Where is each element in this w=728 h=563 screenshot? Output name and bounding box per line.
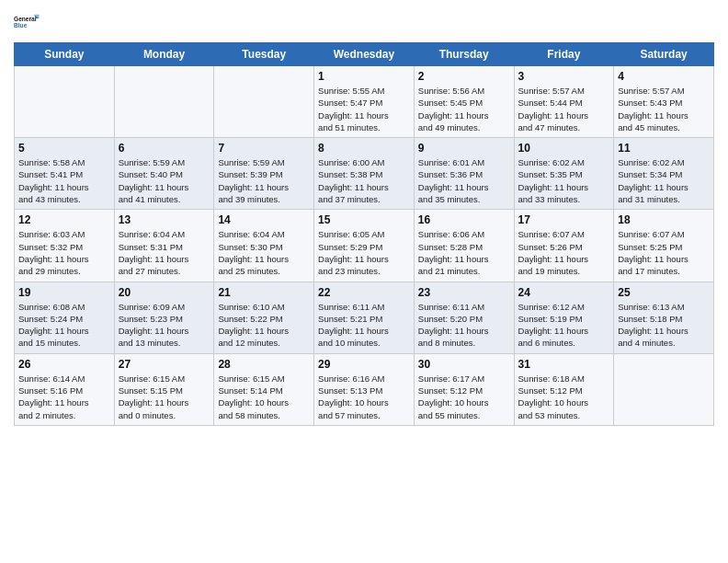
day-number: 21 <box>218 286 310 299</box>
day-number: 22 <box>318 286 410 299</box>
day-info: Sunrise: 6:12 AMSunset: 5:19 PMDaylight:… <box>518 301 610 350</box>
day-info: Sunrise: 5:57 AMSunset: 5:43 PMDaylight:… <box>618 85 710 133</box>
weekday-header-saturday: Saturday <box>614 43 714 66</box>
day-info: Sunrise: 6:18 AMSunset: 5:12 PMDaylight:… <box>518 373 610 421</box>
calendar: SundayMondayTuesdayWednesdayThursdayFrid… <box>14 42 714 426</box>
day-number: 1 <box>318 70 410 83</box>
day-info: Sunrise: 6:07 AMSunset: 5:26 PMDaylight:… <box>518 228 610 277</box>
header: General Blue <box>14 9 714 35</box>
calendar-cell: 3Sunrise: 5:57 AMSunset: 5:44 PMDaylight… <box>514 66 614 138</box>
calendar-cell: 23Sunrise: 6:11 AMSunset: 5:20 PMDayligh… <box>414 282 514 353</box>
day-number: 5 <box>18 142 110 155</box>
calendar-cell: 18Sunrise: 6:07 AMSunset: 5:25 PMDayligh… <box>614 210 714 282</box>
calendar-cell: 29Sunrise: 6:16 AMSunset: 5:13 PMDayligh… <box>314 353 415 425</box>
calendar-cell: 19Sunrise: 6:08 AMSunset: 5:24 PMDayligh… <box>15 282 115 353</box>
calendar-cell: 5Sunrise: 5:58 AMSunset: 5:41 PMDaylight… <box>15 138 115 210</box>
day-number: 26 <box>18 358 110 371</box>
day-info: Sunrise: 5:59 AMSunset: 5:39 PMDaylight:… <box>218 156 310 205</box>
weekday-header-friday: Friday <box>514 43 614 66</box>
calendar-cell: 25Sunrise: 6:13 AMSunset: 5:18 PMDayligh… <box>614 282 714 353</box>
calendar-week-row: 12Sunrise: 6:03 AMSunset: 5:32 PMDayligh… <box>15 210 714 282</box>
calendar-cell: 2Sunrise: 5:56 AMSunset: 5:45 PMDaylight… <box>414 66 514 138</box>
calendar-cell: 21Sunrise: 6:10 AMSunset: 5:22 PMDayligh… <box>214 282 314 353</box>
day-info: Sunrise: 6:08 AMSunset: 5:24 PMDaylight:… <box>18 301 110 350</box>
day-number: 6 <box>119 142 210 155</box>
day-info: Sunrise: 6:07 AMSunset: 5:25 PMDaylight:… <box>618 228 710 277</box>
day-info: Sunrise: 6:13 AMSunset: 5:18 PMDaylight:… <box>618 301 710 350</box>
day-number: 31 <box>518 358 610 371</box>
day-number: 25 <box>618 286 710 299</box>
logo: General Blue <box>14 9 40 35</box>
calendar-cell <box>114 66 214 138</box>
calendar-week-row: 1Sunrise: 5:55 AMSunset: 5:47 PMDaylight… <box>15 66 714 138</box>
calendar-cell <box>214 66 314 138</box>
calendar-cell <box>15 66 115 138</box>
day-number: 19 <box>18 286 110 299</box>
day-info: Sunrise: 6:03 AMSunset: 5:32 PMDaylight:… <box>18 228 110 277</box>
calendar-cell: 16Sunrise: 6:06 AMSunset: 5:28 PMDayligh… <box>414 210 514 282</box>
calendar-cell: 6Sunrise: 5:59 AMSunset: 5:40 PMDaylight… <box>114 138 214 210</box>
calendar-cell: 14Sunrise: 6:04 AMSunset: 5:30 PMDayligh… <box>214 210 314 282</box>
calendar-cell: 1Sunrise: 5:55 AMSunset: 5:47 PMDaylight… <box>314 66 415 138</box>
weekday-header-wednesday: Wednesday <box>314 43 415 66</box>
day-info: Sunrise: 6:17 AMSunset: 5:12 PMDaylight:… <box>418 373 510 421</box>
day-info: Sunrise: 5:58 AMSunset: 5:41 PMDaylight:… <box>18 156 110 205</box>
day-number: 27 <box>119 358 210 371</box>
calendar-week-row: 5Sunrise: 5:58 AMSunset: 5:41 PMDaylight… <box>15 138 714 210</box>
day-number: 24 <box>518 286 610 299</box>
day-info: Sunrise: 6:05 AMSunset: 5:29 PMDaylight:… <box>318 228 410 277</box>
day-number: 17 <box>518 213 610 226</box>
calendar-cell: 28Sunrise: 6:15 AMSunset: 5:14 PMDayligh… <box>214 353 314 425</box>
day-number: 28 <box>218 358 310 371</box>
day-number: 14 <box>218 213 310 226</box>
day-info: Sunrise: 6:02 AMSunset: 5:34 PMDaylight:… <box>618 156 710 205</box>
calendar-cell: 9Sunrise: 6:01 AMSunset: 5:36 PMDaylight… <box>414 138 514 210</box>
day-info: Sunrise: 6:11 AMSunset: 5:20 PMDaylight:… <box>418 301 510 350</box>
day-info: Sunrise: 6:01 AMSunset: 5:36 PMDaylight:… <box>418 156 510 205</box>
calendar-cell: 15Sunrise: 6:05 AMSunset: 5:29 PMDayligh… <box>314 210 415 282</box>
day-number: 16 <box>418 213 510 226</box>
day-number: 3 <box>518 70 610 83</box>
day-info: Sunrise: 5:57 AMSunset: 5:44 PMDaylight:… <box>518 85 610 133</box>
day-number: 29 <box>318 358 410 371</box>
calendar-week-row: 26Sunrise: 6:14 AMSunset: 5:16 PMDayligh… <box>15 353 714 425</box>
calendar-cell: 30Sunrise: 6:17 AMSunset: 5:12 PMDayligh… <box>414 353 514 425</box>
day-info: Sunrise: 6:14 AMSunset: 5:16 PMDaylight:… <box>18 373 110 421</box>
calendar-week-row: 19Sunrise: 6:08 AMSunset: 5:24 PMDayligh… <box>15 282 714 353</box>
calendar-cell: 20Sunrise: 6:09 AMSunset: 5:23 PMDayligh… <box>114 282 214 353</box>
day-info: Sunrise: 6:11 AMSunset: 5:21 PMDaylight:… <box>318 301 410 350</box>
weekday-header-tuesday: Tuesday <box>214 43 314 66</box>
calendar-cell: 4Sunrise: 5:57 AMSunset: 5:43 PMDaylight… <box>614 66 714 138</box>
day-number: 2 <box>418 70 510 83</box>
page: General Blue SundayMondayTuesdayWednesda… <box>0 0 728 563</box>
day-number: 10 <box>518 142 610 155</box>
day-info: Sunrise: 5:56 AMSunset: 5:45 PMDaylight:… <box>418 85 510 133</box>
day-info: Sunrise: 6:15 AMSunset: 5:14 PMDaylight:… <box>218 373 310 421</box>
day-number: 23 <box>418 286 510 299</box>
weekday-header-thursday: Thursday <box>414 43 514 66</box>
day-info: Sunrise: 6:00 AMSunset: 5:38 PMDaylight:… <box>318 156 410 205</box>
day-info: Sunrise: 5:55 AMSunset: 5:47 PMDaylight:… <box>318 85 410 133</box>
calendar-cell: 13Sunrise: 6:04 AMSunset: 5:31 PMDayligh… <box>114 210 214 282</box>
calendar-cell: 12Sunrise: 6:03 AMSunset: 5:32 PMDayligh… <box>15 210 115 282</box>
calendar-cell: 24Sunrise: 6:12 AMSunset: 5:19 PMDayligh… <box>514 282 614 353</box>
day-number: 4 <box>618 70 710 83</box>
weekday-header-row: SundayMondayTuesdayWednesdayThursdayFrid… <box>15 43 714 66</box>
day-info: Sunrise: 6:15 AMSunset: 5:15 PMDaylight:… <box>119 373 210 421</box>
day-number: 7 <box>218 142 310 155</box>
calendar-cell: 26Sunrise: 6:14 AMSunset: 5:16 PMDayligh… <box>15 353 115 425</box>
weekday-header-monday: Monday <box>114 43 214 66</box>
day-info: Sunrise: 5:59 AMSunset: 5:40 PMDaylight:… <box>119 156 210 205</box>
calendar-cell: 17Sunrise: 6:07 AMSunset: 5:26 PMDayligh… <box>514 210 614 282</box>
weekday-header-sunday: Sunday <box>15 43 115 66</box>
day-number: 20 <box>119 286 210 299</box>
day-info: Sunrise: 6:16 AMSunset: 5:13 PMDaylight:… <box>318 373 410 421</box>
day-info: Sunrise: 6:04 AMSunset: 5:30 PMDaylight:… <box>218 228 310 277</box>
day-info: Sunrise: 6:09 AMSunset: 5:23 PMDaylight:… <box>119 301 210 350</box>
day-info: Sunrise: 6:04 AMSunset: 5:31 PMDaylight:… <box>119 228 210 277</box>
calendar-cell <box>614 353 714 425</box>
logo-icon: General Blue <box>14 9 40 35</box>
calendar-cell: 7Sunrise: 5:59 AMSunset: 5:39 PMDaylight… <box>214 138 314 210</box>
svg-text:General: General <box>14 16 37 22</box>
calendar-cell: 10Sunrise: 6:02 AMSunset: 5:35 PMDayligh… <box>514 138 614 210</box>
